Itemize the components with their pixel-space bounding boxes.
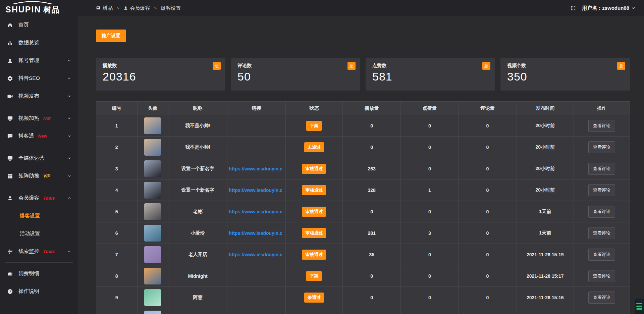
column-header-编号: 编号 — [96, 102, 138, 115]
username-label: 用户名：zswodun88 — [582, 5, 629, 11]
status-badge: 审核通过 — [302, 207, 326, 217]
home-icon — [7, 22, 13, 28]
sidebar-item-全媒体运营[interactable]: 全媒体运营 — [0, 149, 78, 167]
sidebar-item-视频发布[interactable]: 视频发布 — [0, 87, 78, 105]
chevron-down-icon — [67, 134, 71, 138]
cell-link: https://www.iesdouyin.c — [227, 222, 285, 244]
sidebar-subitem-label: 爆客设置 — [20, 213, 40, 219]
cell-nickname: 阿慧 — [168, 287, 227, 308]
cell-plays: 0 — [343, 137, 401, 158]
view-comments-button[interactable]: 查看评论 — [588, 120, 615, 132]
profile-link[interactable]: https://www.iesdouyin.c — [229, 166, 282, 171]
cell-published: 1天前 — [517, 222, 574, 244]
sidebar-item-label: 会员爆客 — [18, 195, 39, 202]
floating-service-widget[interactable] — [635, 299, 644, 314]
column-header-链接: 链接 — [227, 102, 285, 115]
view-comments-button[interactable]: 查看评论 — [588, 227, 615, 239]
sidebar-item-badge: Tools — [43, 249, 55, 254]
sidebar-item-线索监控[interactable]: 线索监控Tools — [0, 243, 78, 260]
column-header-操作: 操作 — [574, 102, 630, 115]
sidebar-item-视频加热[interactable]: 视频加热Hot — [0, 109, 78, 127]
profile-link[interactable]: https://www.iesdouyin.c — [229, 209, 282, 214]
username-menu[interactable]: 用户名：zswodun88 — [582, 5, 635, 11]
cell-likes: 0 — [401, 158, 459, 179]
fullscreen-icon[interactable] — [571, 5, 576, 11]
sliders-icon — [7, 249, 13, 255]
column-header-发布时间: 发布时间 — [517, 102, 574, 115]
stat-card-total-badge: 总 — [482, 62, 490, 70]
cell-likes: 0 — [401, 287, 459, 308]
chevron-down-icon — [631, 6, 635, 10]
avatar — [144, 311, 161, 314]
profile-link[interactable]: https://www.iesdouyin.c — [229, 230, 282, 236]
view-comments-button[interactable]: 查看评论 — [588, 206, 615, 218]
cell-likes: 0 — [401, 201, 459, 222]
avatar — [144, 117, 161, 134]
cell-comments: 0 — [459, 244, 517, 265]
video-icon — [7, 93, 13, 99]
table-row: 3设置一个新名字https://www.iesdouyin.c审核通过26300… — [96, 158, 630, 179]
sidebar-item-label: 视频发布 — [18, 93, 39, 100]
cell-published: 2021-11-28 15:17 — [517, 265, 574, 287]
cell-status: 审核通过 — [285, 201, 342, 222]
cell-id — [96, 308, 138, 314]
view-comments-button[interactable]: 查看评论 — [588, 184, 615, 196]
status-badge: 审核通过 — [302, 164, 326, 174]
sidebar-item-抖客通[interactable]: 抖客通New — [0, 127, 78, 145]
sidebar-item-操作说明[interactable]: ?操作说明 — [0, 282, 78, 300]
monitor-icon — [7, 155, 13, 161]
sidebar-item-抖音SEO[interactable]: 抖音SEO — [0, 69, 78, 87]
service-widget-bar — [636, 303, 642, 304]
profile-link[interactable]: https://www.iesdouyin.c — [229, 252, 282, 257]
view-comments-button[interactable]: 查看评论 — [588, 249, 615, 261]
cell-plays: 281 — [343, 222, 401, 244]
sidebar-item-会员爆客[interactable]: 会员爆客Tools — [0, 189, 78, 207]
stat-card-label: 视频个数 — [507, 63, 623, 69]
sidebar-subitem-活动设置[interactable]: 活动设置 — [0, 225, 78, 243]
profile-link[interactable]: https://www.iesdouyin.c — [229, 188, 282, 193]
chevron-up-icon — [67, 196, 71, 200]
view-comments-button[interactable]: 查看评论 — [588, 141, 615, 153]
grid-icon — [7, 173, 13, 179]
table-row: 5老彬https://www.iesdouyin.c审核通过0001天前查看评论 — [96, 201, 630, 222]
cell-link: https://www.iesdouyin.c — [227, 179, 285, 201]
breadcrumb-item[interactable]: 会员爆客 — [123, 5, 150, 11]
breadcrumb-item[interactable]: 树品 — [96, 5, 113, 11]
avatar — [144, 139, 161, 156]
cell-avatar — [137, 137, 168, 158]
stat-card-播放数: 播放数总20316 — [96, 58, 225, 91]
cell-status: 未通过 — [285, 287, 342, 308]
status-badge: 下架 — [306, 121, 322, 131]
service-widget-bar — [636, 306, 642, 307]
view-comments-button[interactable]: 查看评论 — [588, 292, 615, 304]
table-row: 2我不是小帅!未通过00020小时前查看评论 — [96, 137, 630, 158]
sidebar-item-矩阵助推[interactable]: 矩阵助推VIP — [0, 167, 78, 185]
main-content: 推广设置 播放数总20316评论数总50点赞数总581视频个数总350 编号头像… — [78, 16, 644, 314]
avatar — [144, 225, 161, 242]
stat-card-total-badge: 总 — [213, 62, 221, 70]
cell-plays: 0 — [343, 287, 401, 308]
user-icon — [7, 195, 13, 201]
view-comments-button[interactable]: 查看评论 — [588, 270, 615, 282]
breadcrumb-separator: > — [154, 6, 157, 11]
view-comments-button[interactable]: 查看评论 — [588, 163, 615, 175]
cell-comments: 0 — [459, 265, 517, 287]
stat-card-value: 581 — [372, 70, 488, 83]
cell-plays: 0 — [343, 265, 401, 287]
svg-text:?: ? — [9, 290, 11, 293]
stat-card-点赞数: 点赞数总581 — [366, 58, 495, 91]
sidebar-item-首页[interactable]: 首页 — [0, 16, 78, 34]
sidebar-item-消费明细[interactable]: 消费明细 — [0, 265, 78, 282]
chevron-down-icon — [67, 116, 71, 120]
cell-link — [227, 308, 285, 314]
logo-arc — [11, 1, 54, 4]
cell-id: 6 — [96, 222, 138, 244]
promotion-settings-button[interactable]: 推广设置 — [96, 30, 126, 42]
sidebar-item-账号管理[interactable]: 账号管理 — [0, 52, 78, 69]
sidebar-subitem-爆客设置[interactable]: 爆客设置 — [0, 207, 78, 225]
sidebar-item-badge: VIP — [43, 173, 50, 178]
user-icon — [7, 58, 13, 64]
sidebar-item-数据总览[interactable]: 数据总览 — [0, 34, 78, 52]
breadcrumb-item[interactable]: 爆客设置 — [161, 5, 181, 11]
cell-likes: 3 — [401, 222, 459, 244]
